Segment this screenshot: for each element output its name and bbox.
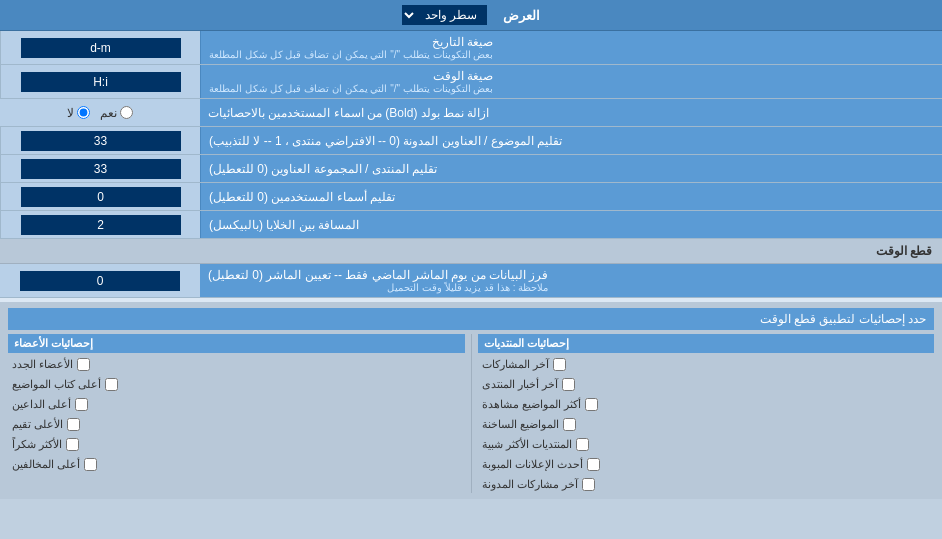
bold-no-radio[interactable]	[77, 106, 90, 119]
col-divider	[471, 334, 472, 493]
display-dropdown[interactable]: سطر واحدسطرينثلاثة أسطر	[402, 5, 487, 25]
bold-yes-radio[interactable]	[120, 106, 133, 119]
time-format-input-cell	[0, 65, 200, 98]
member-stats-header: إحصائيات الأعضاء	[8, 334, 465, 353]
forum-trim-label: تقليم المنتدى / المجموعة العناوين (0 للت…	[200, 155, 942, 182]
topics-forum-label: تقليم الموضوع / العناوين المدونة (0 -- ا…	[200, 127, 942, 154]
member-stat-check-6[interactable]	[84, 458, 97, 471]
topics-forum-row: تقليم الموضوع / العناوين المدونة (0 -- ا…	[0, 127, 942, 155]
main-container: العرض سطر واحدسطرينثلاثة أسطر صيغة التار…	[0, 0, 942, 499]
date-format-label: صيغة التاريخ بعض التكوينات يتطلب "/" الت…	[200, 31, 942, 64]
forum-trim-row: تقليم المنتدى / المجموعة العناوين (0 للت…	[0, 155, 942, 183]
member-stats-col: إحصائيات الأعضاء الأعضاء الجدد أعلى كتاب…	[8, 334, 465, 493]
checkboxes-section: حدد إحصائيات لتطبيق قطع الوقت إحصائيات ا…	[0, 302, 942, 499]
checkboxes-grid: إحصائيات المنتديات آخر المشاركات آخر أخب…	[8, 334, 934, 493]
time-cut-input-cell	[0, 264, 200, 297]
bold-no-label[interactable]: لا	[67, 106, 90, 120]
member-stat-check-3[interactable]	[75, 398, 88, 411]
forum-stat-check-7[interactable]	[582, 478, 595, 491]
time-format-input[interactable]	[21, 72, 181, 92]
member-stat-item-4: الأعلى تقيم	[8, 416, 465, 433]
member-stat-item-1: الأعضاء الجدد	[8, 356, 465, 373]
member-stat-item-2: أعلى كتاب المواضيع	[8, 376, 465, 393]
bold-yes-label[interactable]: نعم	[100, 106, 133, 120]
forum-stats-col: إحصائيات المنتديات آخر المشاركات آخر أخب…	[478, 334, 935, 493]
display-header-row: العرض سطر واحدسطرينثلاثة أسطر	[0, 0, 942, 31]
users-trim-input-cell	[0, 183, 200, 210]
member-stat-check-5[interactable]	[66, 438, 79, 451]
users-trim-label: تقليم أسماء المستخدمين (0 للتعطيل)	[200, 183, 942, 210]
date-format-input-cell	[0, 31, 200, 64]
cells-distance-input-cell	[0, 211, 200, 238]
forum-stat-item-2: آخر أخبار المنتدى	[478, 376, 935, 393]
users-trim-row: تقليم أسماء المستخدمين (0 للتعطيل)	[0, 183, 942, 211]
forum-stat-check-4[interactable]	[563, 418, 576, 431]
time-cut-section-header: قطع الوقت	[0, 239, 942, 264]
member-stat-check-4[interactable]	[67, 418, 80, 431]
bold-row: ازالة نمط بولد (Bold) من اسماء المستخدمي…	[0, 99, 942, 127]
forum-stat-item-5: المنتديات الأكثر شبية	[478, 436, 935, 453]
users-trim-input[interactable]	[21, 187, 181, 207]
time-cut-label: فرز البيانات من يوم الماشر الماضي فقط --…	[200, 264, 942, 297]
forum-stat-item-7: آخر مشاركات المدونة	[478, 476, 935, 493]
checkboxes-header: حدد إحصائيات لتطبيق قطع الوقت	[8, 308, 934, 330]
bold-label: ازالة نمط بولد (Bold) من اسماء المستخدمي…	[200, 99, 942, 126]
forum-stat-item-4: المواضيع الساخنة	[478, 416, 935, 433]
member-stat-check-2[interactable]	[105, 378, 118, 391]
time-format-row: صيغة الوقت بعض التكوينات يتطلب "/" التي …	[0, 65, 942, 99]
forum-stat-check-1[interactable]	[553, 358, 566, 371]
forum-stat-check-6[interactable]	[587, 458, 600, 471]
time-cut-row: فرز البيانات من يوم الماشر الماضي فقط --…	[0, 264, 942, 298]
time-cut-input[interactable]	[20, 271, 180, 291]
member-stat-item-3: أعلى الداعين	[8, 396, 465, 413]
cells-distance-label: المسافة بين الخلايا (بالبيكسل)	[200, 211, 942, 238]
member-stat-item-6: أعلى المخالفين	[8, 456, 465, 473]
bold-radio-cell: نعم لا	[0, 99, 200, 126]
forum-stat-item-3: أكثر المواضيع مشاهدة	[478, 396, 935, 413]
forum-trim-input[interactable]	[21, 159, 181, 179]
forum-stat-check-5[interactable]	[576, 438, 589, 451]
display-title: العرض	[503, 8, 540, 23]
date-format-input[interactable]	[21, 38, 181, 58]
member-stat-check-1[interactable]	[77, 358, 90, 371]
topics-forum-input-cell	[0, 127, 200, 154]
forum-stats-header: إحصائيات المنتديات	[478, 334, 935, 353]
forum-stat-check-2[interactable]	[562, 378, 575, 391]
forum-stat-item-6: أحدث الإعلانات المبوبة	[478, 456, 935, 473]
date-format-row: صيغة التاريخ بعض التكوينات يتطلب "/" الت…	[0, 31, 942, 65]
cells-distance-row: المسافة بين الخلايا (بالبيكسل)	[0, 211, 942, 239]
forum-stat-item-1: آخر المشاركات	[478, 356, 935, 373]
forum-stat-check-3[interactable]	[585, 398, 598, 411]
cells-distance-input[interactable]	[21, 215, 181, 235]
topics-forum-input[interactable]	[21, 131, 181, 151]
forum-trim-input-cell	[0, 155, 200, 182]
time-format-label: صيغة الوقت بعض التكوينات يتطلب "/" التي …	[200, 65, 942, 98]
member-stat-item-5: الأكثر شكراً	[8, 436, 465, 453]
